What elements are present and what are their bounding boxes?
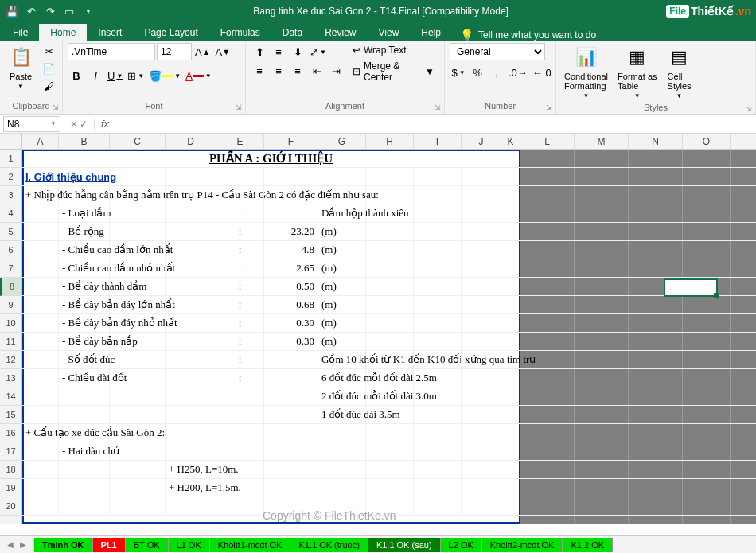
cell[interactable]: (m) bbox=[318, 259, 366, 277]
cell[interactable] bbox=[110, 351, 166, 368]
cell[interactable]: + H250, L=10m. bbox=[166, 461, 216, 478]
underline-button[interactable]: U▼ bbox=[106, 67, 124, 84]
formula-input[interactable] bbox=[115, 116, 756, 132]
cell[interactable] bbox=[264, 479, 318, 497]
cell[interactable] bbox=[414, 442, 462, 460]
cell[interactable] bbox=[110, 278, 166, 295]
cell[interactable] bbox=[501, 241, 520, 259]
cell[interactable] bbox=[414, 278, 462, 295]
cell[interactable] bbox=[264, 351, 318, 368]
cell[interactable]: I. Giới thiệu chung bbox=[22, 168, 59, 185]
cell[interactable] bbox=[462, 406, 501, 423]
undo-icon[interactable]: ↶ bbox=[24, 4, 38, 18]
cell[interactable] bbox=[216, 424, 264, 442]
cell[interactable] bbox=[22, 442, 59, 460]
cell[interactable] bbox=[22, 369, 59, 387]
cell[interactable] bbox=[414, 333, 462, 350]
cell[interactable] bbox=[264, 442, 318, 460]
cell[interactable]: : bbox=[216, 259, 264, 277]
cell[interactable] bbox=[501, 461, 520, 478]
col-header-D[interactable]: D bbox=[166, 134, 216, 149]
tab-home[interactable]: Home bbox=[39, 24, 87, 41]
cell[interactable] bbox=[414, 168, 462, 185]
align-center-icon[interactable]: ≡ bbox=[270, 62, 287, 80]
cell[interactable] bbox=[166, 369, 216, 387]
row-header-5[interactable]: 5 bbox=[0, 223, 21, 241]
cell[interactable]: : bbox=[216, 351, 264, 368]
number-format-select[interactable]: General bbox=[450, 43, 545, 60]
col-header-H[interactable]: H bbox=[366, 134, 414, 149]
cell[interactable] bbox=[414, 479, 462, 497]
cell[interactable]: - Chiều cao dầm nhỏ nhất bbox=[59, 259, 110, 277]
cut-button[interactable]: ✂ bbox=[40, 43, 57, 59]
cell[interactable] bbox=[166, 241, 216, 259]
cell[interactable] bbox=[366, 333, 414, 350]
cell[interactable] bbox=[414, 406, 462, 423]
cell[interactable] bbox=[501, 314, 520, 332]
cell[interactable] bbox=[414, 259, 462, 277]
cell[interactable] bbox=[166, 223, 216, 240]
cell[interactable] bbox=[166, 168, 216, 185]
cell[interactable]: 0.68 bbox=[264, 296, 318, 313]
decrease-indent-icon[interactable]: ⇤ bbox=[308, 62, 325, 80]
decrease-decimal-icon[interactable]: ←.0 bbox=[531, 64, 553, 81]
cell[interactable]: - Bề dày thành dầm bbox=[59, 278, 110, 295]
merge-center-button[interactable]: ⊟Merge & Center▼ bbox=[348, 59, 439, 84]
cell[interactable] bbox=[264, 168, 318, 185]
save-icon[interactable]: 💾 bbox=[5, 4, 19, 18]
cell[interactable] bbox=[462, 296, 501, 313]
cell[interactable] bbox=[216, 186, 264, 204]
cell[interactable] bbox=[216, 497, 264, 515]
cell[interactable] bbox=[110, 333, 166, 350]
cell[interactable] bbox=[318, 442, 366, 460]
format-as-table-button[interactable]: ▦ Format as Table▼ bbox=[614, 43, 661, 101]
cell[interactable]: - Bề dày bản đáy nhỏ nhất bbox=[59, 314, 110, 332]
align-right-icon[interactable]: ≡ bbox=[289, 62, 306, 80]
row-header-7[interactable]: 7 bbox=[0, 259, 21, 278]
sheet-tab-Khoitt2-mcdt-OK[interactable]: Khoitt2-mcdt OK bbox=[482, 538, 563, 552]
row-header-18[interactable]: 18 bbox=[0, 461, 21, 479]
cell[interactable]: + Nhịp đúc hẫng cân bằng nằm trên trụ P1… bbox=[22, 186, 59, 204]
cell[interactable] bbox=[22, 406, 59, 423]
cell[interactable]: 4.8 bbox=[264, 241, 318, 259]
cell[interactable] bbox=[22, 461, 59, 478]
cell[interactable]: - Bề rộng bbox=[59, 223, 110, 240]
row-header-16[interactable]: 16 bbox=[0, 424, 21, 442]
cell[interactable] bbox=[264, 406, 318, 423]
cell[interactable]: + Cấu tạo xe đúc cầu Sài Gòn 2: bbox=[22, 424, 59, 442]
cell[interactable]: : bbox=[216, 296, 264, 313]
cell[interactable] bbox=[501, 424, 520, 442]
tab-data[interactable]: Data bbox=[271, 24, 314, 41]
cell[interactable]: Dầm hộp thành xiên bbox=[318, 204, 366, 222]
cell[interactable] bbox=[501, 186, 520, 204]
cell[interactable] bbox=[110, 442, 166, 460]
row-header-10[interactable]: 10 bbox=[0, 314, 21, 333]
sheet-tab-K1.2-OK[interactable]: K1.2 OK bbox=[563, 538, 613, 552]
cell[interactable] bbox=[22, 387, 59, 405]
sheet-tab-L1-OK[interactable]: L1 OK bbox=[169, 538, 210, 552]
cell[interactable] bbox=[501, 278, 520, 295]
cell[interactable] bbox=[110, 259, 166, 277]
col-header-N[interactable]: N bbox=[629, 134, 683, 149]
cell[interactable]: 1 đốt đúc dài 3.5m bbox=[318, 406, 366, 423]
tab-view[interactable]: View bbox=[368, 24, 411, 41]
tab-page-layout[interactable]: Page Layout bbox=[133, 24, 208, 41]
row-header-3[interactable]: 3 bbox=[0, 186, 21, 204]
cell[interactable] bbox=[501, 204, 520, 222]
font-size-select[interactable] bbox=[157, 43, 192, 60]
cell[interactable]: - Loại dầm bbox=[59, 204, 110, 222]
cell[interactable]: (m) bbox=[318, 278, 366, 295]
cell[interactable]: 0.30 bbox=[264, 333, 318, 350]
cell[interactable] bbox=[366, 406, 414, 423]
tab-help[interactable]: Help bbox=[410, 24, 452, 41]
cell[interactable] bbox=[59, 497, 110, 515]
cell[interactable] bbox=[462, 186, 501, 204]
col-header-F[interactable]: F bbox=[264, 134, 318, 149]
col-header-J[interactable]: J bbox=[462, 134, 501, 149]
tab-review[interactable]: Review bbox=[314, 24, 367, 41]
accounting-format-icon[interactable]: $▼ bbox=[450, 64, 467, 81]
row-header-11[interactable]: 11 bbox=[0, 333, 21, 351]
cell[interactable]: 0.30 bbox=[264, 314, 318, 332]
percent-format-icon[interactable]: % bbox=[469, 64, 486, 81]
cell[interactable] bbox=[501, 479, 520, 497]
